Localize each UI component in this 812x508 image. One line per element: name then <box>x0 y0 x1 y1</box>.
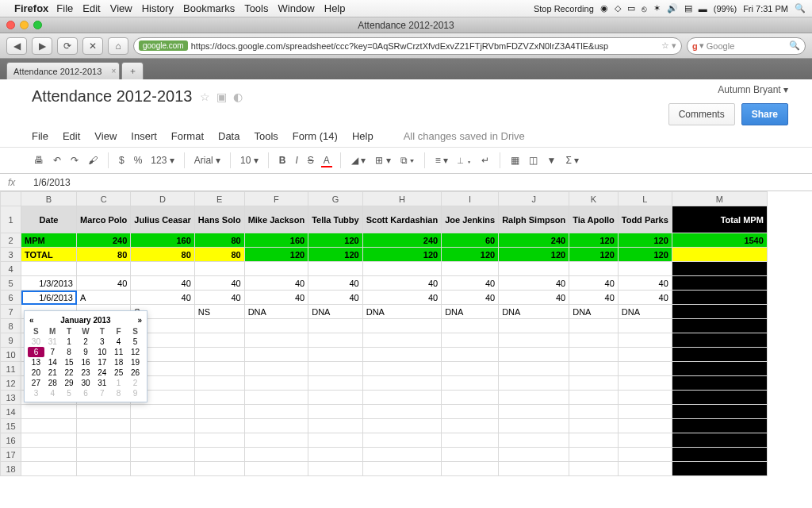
row-header[interactable]: 10 <box>1 348 21 362</box>
row-header[interactable]: 4 <box>1 262 21 276</box>
header-cell[interactable]: Todd Parks <box>618 206 672 233</box>
dp-day[interactable]: 17 <box>94 357 110 368</box>
cell[interactable] <box>244 333 308 348</box>
cell[interactable] <box>244 376 308 391</box>
cell[interactable] <box>672 248 767 262</box>
sync-icon[interactable]: ◉ <box>600 3 608 13</box>
dp-day[interactable]: 18 <box>110 357 127 368</box>
cell[interactable] <box>194 462 244 476</box>
cell[interactable] <box>244 405 308 419</box>
cell[interactable] <box>21 405 77 419</box>
row-header[interactable]: 3 <box>1 248 21 262</box>
col-header[interactable]: K <box>569 192 619 206</box>
cell[interactable]: 40 <box>499 291 569 305</box>
header-cell[interactable]: Scott Kardashian <box>362 206 441 233</box>
currency-button[interactable]: $ <box>117 153 127 167</box>
cell[interactable]: 40 <box>308 291 363 305</box>
battery-icon[interactable]: ▬ <box>699 4 707 13</box>
cell[interactable]: 120 <box>308 248 363 262</box>
col-header[interactable]: B <box>21 192 77 206</box>
cell[interactable]: NS <box>194 305 244 319</box>
cell[interactable] <box>362 419 441 433</box>
cell[interactable] <box>244 262 308 276</box>
cell[interactable] <box>77 419 131 433</box>
cell[interactable] <box>672 462 767 476</box>
cell[interactable]: 80 <box>131 248 195 262</box>
cell[interactable]: DNA <box>244 305 308 319</box>
cell[interactable] <box>569 262 619 276</box>
cell[interactable]: 40 <box>442 291 499 305</box>
dp-day[interactable]: 24 <box>94 368 110 378</box>
cell[interactable] <box>442 462 499 476</box>
cell[interactable]: 120 <box>618 248 672 262</box>
cell[interactable] <box>569 348 619 362</box>
cell[interactable] <box>618 405 672 419</box>
dp-day[interactable]: 2 <box>78 337 94 347</box>
cell[interactable] <box>672 391 767 405</box>
cell[interactable]: TOTAL <box>21 248 77 262</box>
cell[interactable]: 40 <box>194 276 244 291</box>
cell[interactable] <box>194 405 244 419</box>
insert-link-icon[interactable]: ▦ <box>508 153 522 167</box>
tab-close-icon[interactable]: × <box>111 67 116 75</box>
dp-day[interactable]: 26 <box>127 368 144 378</box>
url-bar[interactable]: google.com https://docs.google.com/sprea… <box>133 37 682 55</box>
dp-day[interactable]: 8 <box>61 347 78 357</box>
dp-day[interactable]: 9 <box>127 388 144 398</box>
row-header[interactable]: 18 <box>1 462 21 476</box>
dp-day[interactable]: 1 <box>110 378 127 388</box>
merge-button[interactable]: ⧉ ▾ <box>398 153 416 167</box>
star-icon[interactable]: ☆ <box>200 90 210 103</box>
cell[interactable] <box>442 405 499 419</box>
cell[interactable] <box>308 405 363 419</box>
col-header[interactable]: L <box>618 192 672 206</box>
dp-day[interactable]: 7 <box>94 388 110 398</box>
cell[interactable]: 120 <box>244 248 308 262</box>
redo-icon[interactable]: ↷ <box>68 153 81 167</box>
row-header[interactable]: 8 <box>1 319 21 333</box>
dp-day[interactable]: 28 <box>44 378 61 388</box>
functions-button[interactable]: Σ ▾ <box>563 153 581 167</box>
cell[interactable]: 120 <box>442 248 499 262</box>
cell[interactable]: 40 <box>362 291 441 305</box>
dp-prev[interactable]: « <box>29 316 34 325</box>
docs-menu-item[interactable]: Insert <box>131 130 157 142</box>
cell[interactable] <box>569 433 619 448</box>
cell[interactable] <box>672 348 767 362</box>
dp-day[interactable]: 29 <box>61 378 78 388</box>
mac-menu-window[interactable]: Window <box>278 2 315 14</box>
cell[interactable] <box>442 391 499 405</box>
row-header[interactable]: 11 <box>1 362 21 376</box>
cell[interactable]: A <box>77 291 131 305</box>
cell[interactable] <box>618 448 672 462</box>
reload-button[interactable]: ⟳ <box>57 37 78 55</box>
cell[interactable] <box>499 333 569 348</box>
cell[interactable] <box>499 419 569 433</box>
docs-menu-item[interactable]: Tools <box>254 130 278 142</box>
halign-button[interactable]: ≡ ▾ <box>433 153 450 167</box>
cell[interactable] <box>308 319 363 333</box>
dp-day[interactable]: 30 <box>28 337 44 347</box>
cell[interactable]: 80 <box>77 248 131 262</box>
cell[interactable] <box>77 262 131 276</box>
cell[interactable]: 1/3/2013 <box>21 276 77 291</box>
cell[interactable] <box>618 419 672 433</box>
dp-day[interactable]: 11 <box>110 347 127 357</box>
cell[interactable] <box>308 262 363 276</box>
cell[interactable] <box>308 419 363 433</box>
dp-day[interactable]: 22 <box>61 368 78 378</box>
volume-icon[interactable]: 🔊 <box>667 3 678 13</box>
cell[interactable] <box>499 348 569 362</box>
cell[interactable]: 160 <box>244 233 308 248</box>
row-header[interactable]: 12 <box>1 376 21 391</box>
cell[interactable] <box>194 376 244 391</box>
col-header[interactable]: H <box>362 192 441 206</box>
browser-tab-main[interactable]: Attendance 2012-2013 × <box>6 62 120 79</box>
col-header[interactable]: J <box>499 192 569 206</box>
row-header[interactable]: 15 <box>1 419 21 433</box>
text-color-button[interactable]: A <box>321 153 332 167</box>
cell[interactable] <box>672 333 767 348</box>
stop-recording[interactable]: Stop Recording <box>534 4 594 13</box>
cell[interactable]: 40 <box>569 276 619 291</box>
cell[interactable] <box>244 419 308 433</box>
